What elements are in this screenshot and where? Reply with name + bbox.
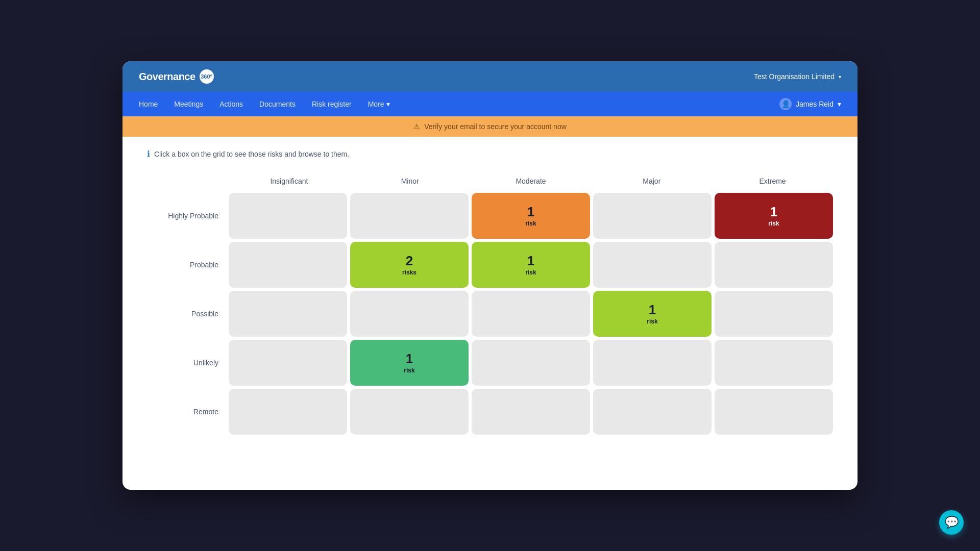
grid-row-1: Probable2risks1risk bbox=[147, 240, 833, 289]
grid-row-4: Remote bbox=[147, 387, 833, 436]
cell-label-1-1: risks bbox=[402, 269, 416, 276]
grid-col-headers: Insignificant Minor Moderate Major Extre… bbox=[229, 173, 833, 189]
col-header-minor: Minor bbox=[350, 173, 471, 189]
grid-cells-row-0: 1risk1risk bbox=[229, 191, 833, 240]
row-label-3: Unlikely bbox=[147, 359, 229, 367]
grid-cells-row-1: 2risks1risk bbox=[229, 240, 833, 289]
cell-count-0-2: 1 bbox=[527, 205, 534, 219]
grid-cell-2-2 bbox=[472, 291, 590, 337]
nav-more-label: More bbox=[368, 100, 384, 108]
col-header-extreme: Extreme bbox=[712, 173, 833, 189]
grid-cell-0-2[interactable]: 1risk bbox=[472, 193, 590, 239]
logo: Governance 360° bbox=[139, 69, 214, 84]
grid-cells-row-4 bbox=[229, 387, 833, 436]
grid-cell-4-2 bbox=[472, 389, 590, 435]
cell-label-2-3: risk bbox=[647, 318, 657, 325]
grid-cell-3-0 bbox=[229, 340, 347, 386]
logo-text: Governance bbox=[139, 71, 195, 83]
grid-row-0: Highly Probable1risk1risk bbox=[147, 191, 833, 240]
cell-label-0-2: risk bbox=[525, 220, 536, 227]
grid-cell-2-1 bbox=[350, 291, 469, 337]
grid-cell-1-1[interactable]: 2risks bbox=[350, 242, 469, 288]
nav-risk-register[interactable]: Risk register bbox=[312, 98, 352, 110]
grid-row-3: Unlikely1risk bbox=[147, 338, 833, 387]
grid-cell-4-0 bbox=[229, 389, 347, 435]
cell-label-0-4: risk bbox=[768, 220, 779, 227]
info-text: Click a box on the grid to see those ris… bbox=[154, 150, 349, 158]
nav-meetings[interactable]: Meetings bbox=[174, 98, 203, 110]
cell-label-3-1: risk bbox=[404, 367, 414, 374]
info-icon: ℹ bbox=[147, 149, 150, 159]
nav-documents[interactable]: Documents bbox=[259, 98, 296, 110]
grid-cells-row-2: 1risk bbox=[229, 289, 833, 338]
grid-cell-0-0 bbox=[229, 193, 347, 239]
main-content: ℹ Click a box on the grid to see those r… bbox=[122, 137, 857, 457]
header-right: Test Organisation Limited ▾ bbox=[754, 72, 841, 81]
grid-cell-4-3 bbox=[593, 389, 712, 435]
risk-grid: Insignificant Minor Moderate Major Extre… bbox=[147, 173, 833, 436]
header: Governance 360° Test Organisation Limite… bbox=[122, 61, 857, 92]
cell-label-1-2: risk bbox=[525, 269, 536, 276]
grid-cell-3-1[interactable]: 1risk bbox=[350, 340, 469, 386]
cell-count-0-4: 1 bbox=[770, 205, 777, 219]
col-header-moderate: Moderate bbox=[471, 173, 592, 189]
navbar: Home Meetings Actions Documents Risk reg… bbox=[122, 92, 857, 116]
app-window: Governance 360° Test Organisation Limite… bbox=[122, 61, 857, 490]
row-label-2: Possible bbox=[147, 310, 229, 318]
grid-cell-1-4 bbox=[715, 242, 833, 288]
chat-icon: 💬 bbox=[945, 516, 959, 529]
grid-cell-3-2 bbox=[472, 340, 590, 386]
cell-count-2-3: 1 bbox=[649, 303, 656, 317]
cell-count-1-2: 1 bbox=[527, 254, 534, 268]
grid-cell-0-1 bbox=[350, 193, 469, 239]
banner-icon: ⚠ bbox=[413, 122, 420, 131]
org-dropdown-icon[interactable]: ▾ bbox=[839, 74, 841, 80]
col-header-major: Major bbox=[591, 173, 712, 189]
grid-cell-2-0 bbox=[229, 291, 347, 337]
grid-body: Highly Probable1risk1riskProbable2risks1… bbox=[147, 191, 833, 436]
cell-count-1-1: 2 bbox=[406, 254, 413, 268]
nav-home[interactable]: Home bbox=[139, 98, 158, 110]
grid-cell-0-4[interactable]: 1risk bbox=[715, 193, 833, 239]
row-label-4: Remote bbox=[147, 408, 229, 416]
grid-cell-4-1 bbox=[350, 389, 469, 435]
row-label-1: Probable bbox=[147, 261, 229, 269]
banner-text: Verify your email to secure your account… bbox=[424, 122, 567, 131]
grid-cell-3-4 bbox=[715, 340, 833, 386]
grid-row-2: Possible1risk bbox=[147, 289, 833, 338]
info-bar: ℹ Click a box on the grid to see those r… bbox=[147, 149, 833, 159]
org-name: Test Organisation Limited bbox=[754, 72, 835, 81]
user-avatar-icon: 👤 bbox=[779, 98, 792, 110]
nav-links: Home Meetings Actions Documents Risk reg… bbox=[139, 98, 390, 110]
grid-cell-1-3 bbox=[593, 242, 712, 288]
grid-cells-row-3: 1risk bbox=[229, 338, 833, 387]
grid-cell-2-4 bbox=[715, 291, 833, 337]
user-menu[interactable]: 👤 James Reid ▾ bbox=[779, 98, 841, 110]
nav-more-arrow: ▾ bbox=[386, 100, 390, 108]
logo-badge: 360° bbox=[200, 69, 214, 84]
email-banner[interactable]: ⚠ Verify your email to secure your accou… bbox=[122, 116, 857, 137]
grid-cell-1-0 bbox=[229, 242, 347, 288]
grid-cell-2-3[interactable]: 1risk bbox=[593, 291, 712, 337]
nav-actions[interactable]: Actions bbox=[219, 98, 243, 110]
chat-button[interactable]: 💬 bbox=[939, 510, 964, 535]
cell-count-3-1: 1 bbox=[406, 352, 413, 366]
grid-cell-4-4 bbox=[715, 389, 833, 435]
nav-more[interactable]: More ▾ bbox=[368, 98, 390, 110]
grid-cell-3-3 bbox=[593, 340, 712, 386]
user-name: James Reid bbox=[796, 100, 834, 108]
grid-cell-1-2[interactable]: 1risk bbox=[472, 242, 590, 288]
user-dropdown-icon: ▾ bbox=[838, 100, 841, 108]
grid-cell-0-3 bbox=[593, 193, 712, 239]
col-header-insignificant: Insignificant bbox=[229, 173, 350, 189]
row-label-0: Highly Probable bbox=[147, 212, 229, 220]
